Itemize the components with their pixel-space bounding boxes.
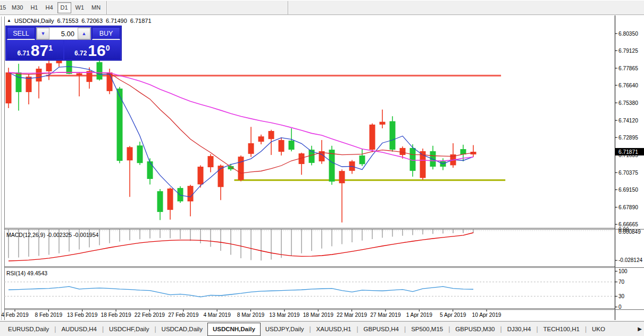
timeframe-toolbar: M15 M30 H1 H4 D1 W1 MN: [0, 1, 644, 15]
svg-text:8 Mar 2019: 8 Mar 2019: [237, 312, 265, 318]
timeframe-button-h1[interactable]: H1: [27, 2, 41, 13]
timeframe-button-m15[interactable]: M15: [0, 2, 8, 13]
chart-tab-tech100-h1[interactable]: TECH100,H1: [539, 323, 584, 335]
tabbar-scroll-right-icon[interactable]: ▶: [635, 326, 642, 332]
macd-name: MACD(12,26,9): [6, 232, 45, 238]
tab-separator: |: [309, 325, 311, 333]
timeframe-button-h4[interactable]: H4: [42, 2, 56, 13]
rsi-indicator-label: RSI(14) 49.4543: [6, 270, 47, 276]
buy-button[interactable]: BUY: [92, 27, 120, 40]
collapse-triangle-icon[interactable]: ▲: [7, 18, 11, 23]
sell-quote[interactable]: 6.71 87 1: [7, 40, 63, 60]
svg-text:6.74120: 6.74120: [618, 118, 638, 124]
svg-text:22 Mar 2019: 22 Mar 2019: [337, 312, 367, 318]
svg-text:6.67890: 6.67890: [618, 204, 638, 210]
svg-text:1 Apr 2019: 1 Apr 2019: [406, 312, 433, 318]
svg-text:27 Feb 2019: 27 Feb 2019: [168, 312, 199, 318]
tab-separator: |: [500, 325, 502, 333]
chart-title: ▲ USDCNH,Daily 6.71553 6.72063 6.71490 6…: [7, 18, 152, 24]
trading-terminal-window: M15 M30 H1 H4 D1 W1 MN 6.803506.791256.7…: [0, 0, 644, 336]
tab-separator: |: [404, 325, 406, 333]
svg-text:100: 100: [618, 268, 628, 274]
chart-tabbar: EURUSD,Daily|AUDUSD,H4|USDCHF,Daily|USDC…: [0, 321, 644, 336]
svg-text:0: 0: [618, 304, 622, 310]
timeframe-label: M15: [0, 4, 6, 11]
svg-text:18 Feb 2019: 18 Feb 2019: [101, 312, 131, 318]
buy-price-big: 16: [88, 43, 105, 59]
sell-button[interactable]: SELL: [7, 27, 35, 40]
svg-text:8 Feb 2019: 8 Feb 2019: [35, 312, 63, 318]
svg-text:6.72895: 6.72895: [618, 135, 638, 141]
svg-text:10 Apr 2019: 10 Apr 2019: [472, 312, 501, 318]
svg-text:22 Feb 2019: 22 Feb 2019: [135, 312, 165, 318]
price-chart-canvas[interactable]: 6.803506.791256.778656.766406.753806.741…: [0, 15, 644, 321]
chart-tab-xauusd-h1[interactable]: XAUUSD,H1: [312, 323, 356, 335]
chart-tab-audusd-h4[interactable]: AUDUSD,H4: [56, 323, 101, 335]
svg-text:13 Feb 2019: 13 Feb 2019: [67, 312, 98, 318]
buy-price-prefix: 6.72: [74, 50, 87, 57]
svg-text:6.69150: 6.69150: [618, 187, 638, 193]
svg-text:4 Mar 2019: 4 Mar 2019: [203, 312, 231, 318]
tab-separator: |: [102, 325, 104, 333]
volume-increase-icon[interactable]: ▲: [78, 28, 90, 39]
timeframe-button-m30[interactable]: M30: [9, 2, 26, 13]
svg-text:5 Apr 2019: 5 Apr 2019: [440, 312, 466, 318]
chart-tab-uko[interactable]: UKO: [587, 323, 610, 335]
ohlc-low: 6.71490: [106, 18, 127, 24]
svg-text:6.80350: 6.80350: [618, 31, 638, 37]
chart-tab-eurusd-daily[interactable]: EURUSD,Daily: [3, 323, 54, 335]
sell-price-pipette: 1: [48, 44, 53, 52]
chart-tab-usdcad-daily[interactable]: USDCAD,Daily: [157, 323, 207, 335]
volume-input[interactable]: [49, 28, 78, 39]
buy-quote[interactable]: 6.72 16 0: [64, 40, 121, 60]
chart-tab-usdcnh-daily[interactable]: USDCNH,Daily: [207, 323, 261, 336]
one-click-trade-panel: SELL ▼ ▲ BUY 6.71 87 1 6.72 16 0: [5, 26, 122, 61]
svg-text:18 Mar 2019: 18 Mar 2019: [303, 312, 334, 318]
ohlc-close: 6.71871: [130, 18, 152, 24]
rsi-name: RSI(14): [6, 270, 26, 276]
tab-separator: |: [448, 325, 450, 333]
toolbar-separator: [106, 1, 107, 14]
tab-separator: |: [585, 325, 587, 333]
sell-price-big: 87: [31, 43, 48, 59]
chart-tab-gbpusd-m30[interactable]: GBPUSD,M30: [450, 323, 499, 335]
svg-text:6.71871: 6.71871: [618, 149, 638, 155]
svg-text:6.76640: 6.76640: [618, 83, 638, 88]
svg-text:4 Feb 2019: 4 Feb 2019: [1, 312, 29, 318]
timeframe-button-d1[interactable]: D1: [57, 2, 71, 13]
chart-window[interactable]: 6.803506.791256.778656.766406.753806.741…: [0, 15, 644, 321]
svg-text:6.75380: 6.75380: [618, 100, 638, 106]
tab-separator: |: [536, 325, 538, 333]
volume-decrease-icon[interactable]: ▼: [37, 28, 49, 39]
svg-text:6.77865: 6.77865: [618, 65, 638, 71]
svg-text:-0.028124: -0.028124: [618, 257, 642, 263]
macd-indicator-label: MACD(12,26,9) -0.002325 -0.001954: [6, 232, 98, 238]
ohlc-open: 6.71553: [57, 18, 78, 24]
svg-text:70: 70: [618, 279, 625, 285]
timeframe-button-mn[interactable]: MN: [88, 2, 104, 13]
timeframe-button-w1[interactable]: W1: [72, 2, 88, 13]
svg-text:6.79125: 6.79125: [618, 48, 638, 54]
svg-text:0.000849: 0.000849: [618, 229, 641, 235]
volume-stepper: ▼ ▲: [36, 27, 91, 40]
rsi-value: 49.4543: [27, 270, 47, 276]
svg-text:27 Mar 2019: 27 Mar 2019: [370, 312, 401, 318]
chart-symbol: USDCNH,Daily: [14, 18, 54, 24]
sell-price-prefix: 6.71: [17, 50, 29, 57]
tab-separator: |: [54, 325, 56, 333]
chart-tab-sp500-m15[interactable]: SP500,M15: [406, 323, 448, 335]
svg-text:13 Mar 2019: 13 Mar 2019: [269, 312, 300, 318]
tab-separator: |: [356, 325, 358, 333]
tab-separator: |: [154, 325, 156, 333]
chart-tab-usdjpy-daily[interactable]: USDJPY,Daily: [261, 323, 309, 335]
chart-tab-usdchf-daily[interactable]: USDCHF,Daily: [104, 323, 154, 335]
svg-text:30: 30: [618, 293, 625, 299]
macd-values: -0.002325 -0.001954: [47, 232, 99, 238]
buy-price-pipette: 0: [106, 44, 110, 52]
ohlc-high: 6.72063: [81, 18, 103, 24]
toolbar-separator: [288, 1, 289, 14]
chart-tab-dj30-h4[interactable]: DJ30,H4: [503, 323, 536, 335]
chart-tab-gbpusd-h4[interactable]: GBPUSD,H4: [359, 323, 404, 335]
svg-text:6.70375: 6.70375: [618, 170, 638, 176]
